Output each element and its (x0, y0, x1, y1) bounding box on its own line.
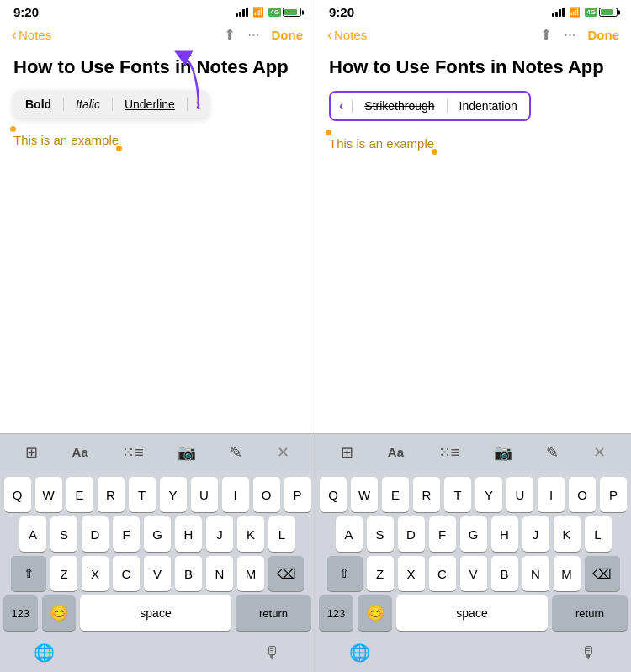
more-icon-right[interactable]: ··· (564, 27, 575, 44)
key-j-left[interactable]: J (206, 516, 233, 552)
key-l-left[interactable]: L (268, 516, 295, 552)
space-key-right[interactable]: space (396, 595, 548, 631)
table-icon-right[interactable]: ⊞ (341, 443, 353, 462)
list-icon-right[interactable]: ⁙≡ (438, 443, 460, 462)
key-a-left[interactable]: A (19, 516, 46, 552)
key-f-right[interactable]: F (429, 516, 456, 552)
done-button-right[interactable]: Done (588, 28, 620, 42)
delete-key-right[interactable]: ⌫ (585, 556, 620, 591)
key-b-right[interactable]: B (491, 556, 518, 591)
globe-icon-right[interactable]: 🌐 (349, 643, 370, 663)
key-e-left[interactable]: E (66, 477, 93, 512)
font-icon-right[interactable]: Aa (388, 445, 404, 459)
strikethrough-button[interactable]: Strikethrough (361, 98, 437, 114)
key-d-right[interactable]: D (398, 516, 425, 552)
key-c-right[interactable]: C (429, 556, 456, 591)
italic-button[interactable]: Italic (72, 96, 103, 113)
font-icon-left[interactable]: Aa (72, 445, 88, 459)
key-z-right[interactable]: Z (367, 556, 394, 591)
key-m-right[interactable]: M (554, 556, 581, 591)
return-key-right[interactable]: return (552, 595, 628, 631)
emoji-key-left[interactable]: 😊 (42, 595, 77, 631)
back-button-left[interactable]: ‹ Notes (12, 26, 51, 44)
key-f-left[interactable]: F (113, 516, 140, 552)
mic-icon-right[interactable]: 🎙 (581, 643, 597, 663)
numbers-key-left[interactable]: 123 (3, 595, 38, 631)
key-j-right[interactable]: J (522, 516, 549, 552)
dot-top-left-right (326, 130, 331, 135)
key-a-right[interactable]: A (336, 516, 363, 552)
key-u-left[interactable]: U (191, 477, 218, 512)
key-s-left[interactable]: S (50, 516, 77, 552)
key-g-right[interactable]: G (460, 516, 487, 552)
key-s-right[interactable]: S (367, 516, 394, 552)
close-keyboard-icon-right[interactable]: ✕ (593, 443, 606, 462)
share-icon-right[interactable]: ⬆ (540, 26, 552, 44)
key-t-right[interactable]: T (444, 477, 471, 512)
divider-1 (63, 98, 64, 111)
key-q-left[interactable]: Q (4, 477, 31, 512)
key-x-right[interactable]: X (398, 556, 425, 591)
format-back-button[interactable]: ‹ (339, 98, 343, 114)
key-t-left[interactable]: T (129, 477, 156, 512)
key-k-right[interactable]: K (554, 516, 581, 552)
key-l-right[interactable]: L (585, 516, 612, 552)
delete-key-left[interactable]: ⌫ (268, 556, 304, 591)
key-c-left[interactable]: C (113, 556, 140, 591)
key-z-left[interactable]: Z (50, 556, 77, 591)
key-h-left[interactable]: H (175, 516, 202, 552)
key-h-right[interactable]: H (491, 516, 518, 552)
space-key-left[interactable]: space (80, 595, 231, 631)
key-m-left[interactable]: M (237, 556, 264, 591)
key-d-left[interactable]: D (82, 516, 109, 552)
key-v-right[interactable]: V (460, 556, 487, 591)
key-v-left[interactable]: V (144, 556, 171, 591)
more-icon-left[interactable]: ··· (247, 27, 259, 44)
back-label-left: Notes (19, 28, 51, 42)
key-i-right[interactable]: I (538, 477, 565, 512)
key-e-right[interactable]: E (382, 477, 409, 512)
key-p-left[interactable]: P (284, 477, 311, 512)
share-icon-left[interactable]: ⬆ (224, 26, 236, 44)
globe-icon-left[interactable]: 🌐 (34, 643, 55, 663)
key-w-right[interactable]: W (351, 477, 378, 512)
nav-actions-left: ⬆ ··· Done (224, 26, 303, 44)
key-y-right[interactable]: Y (475, 477, 502, 512)
shift-key-right[interactable]: ⇧ (327, 556, 363, 591)
done-button-left[interactable]: Done (272, 28, 304, 42)
key-k-left[interactable]: K (237, 516, 264, 552)
key-n-left[interactable]: N (206, 556, 233, 591)
return-key-left[interactable]: return (236, 595, 311, 631)
emoji-key-right[interactable]: 😊 (358, 595, 392, 631)
table-icon-left[interactable]: ⊞ (25, 443, 38, 462)
right-phone-panel: 9:20 📶 4G ‹ Notes ⬆ ··· Don (316, 0, 631, 672)
list-icon-left[interactable]: ⁙≡ (122, 443, 144, 462)
key-g-left[interactable]: G (144, 516, 171, 552)
key-y-left[interactable]: Y (160, 477, 187, 512)
keyboard-row-2-left: A S D F G H J K L (3, 516, 311, 552)
key-b-left[interactable]: B (175, 556, 202, 591)
close-keyboard-icon-left[interactable]: ✕ (277, 443, 289, 462)
key-r-right[interactable]: R (413, 477, 440, 512)
pencil-icon-left[interactable]: ✎ (230, 443, 242, 462)
key-w-left[interactable]: W (35, 477, 62, 512)
key-r-left[interactable]: R (98, 477, 125, 512)
key-x-left[interactable]: X (82, 556, 109, 591)
indentation-button[interactable]: Indentation (456, 98, 521, 114)
shift-key-left[interactable]: ⇧ (11, 556, 46, 591)
pencil-icon-right[interactable]: ✎ (546, 443, 559, 462)
key-q-right[interactable]: Q (320, 477, 347, 512)
mic-icon-left[interactable]: 🎙 (264, 643, 281, 663)
key-p-right[interactable]: P (600, 477, 627, 512)
key-u-right[interactable]: U (506, 477, 533, 512)
camera-icon-right[interactable]: 📷 (494, 443, 512, 462)
camera-icon-left[interactable]: 📷 (178, 443, 196, 462)
key-o-right[interactable]: O (569, 477, 596, 512)
key-o-left[interactable]: O (253, 477, 280, 512)
key-i-left[interactable]: I (222, 477, 249, 512)
keyboard-right: Q W E R T Y U I O P A S D F G H J K L ⇧ … (316, 470, 631, 638)
back-button-right[interactable]: ‹ Notes (327, 26, 367, 44)
bold-button[interactable]: Bold (22, 96, 55, 113)
key-n-right[interactable]: N (522, 556, 549, 591)
numbers-key-right[interactable]: 123 (319, 595, 353, 631)
